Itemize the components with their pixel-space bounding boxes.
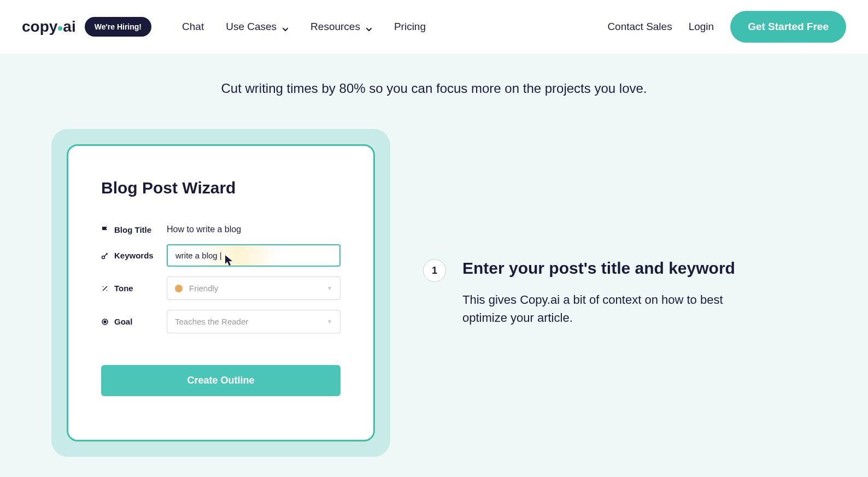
goal-row: Goal Teaches the Reader ▼	[101, 310, 341, 333]
keywords-label: Keywords	[101, 251, 156, 260]
get-started-button[interactable]: Get Started Free	[730, 11, 846, 43]
wand-icon	[101, 285, 109, 292]
keywords-input-value: write a blog |	[175, 251, 222, 260]
header-right: Contact Sales Login Get Started Free	[607, 11, 846, 43]
login-link[interactable]: Login	[689, 21, 714, 33]
wizard-title: Blog Post Wizard	[101, 179, 341, 197]
wizard-card: Blog Post Wizard Blog Title How to write…	[67, 144, 375, 441]
step-number-badge: 1	[423, 259, 446, 282]
target-icon	[101, 318, 109, 326]
nav-use-cases-label: Use Cases	[226, 21, 277, 33]
svg-point-0	[102, 256, 105, 258]
blog-title-label: Blog Title	[101, 225, 156, 234]
logo-dot-icon	[58, 26, 62, 31]
goal-select[interactable]: Teaches the Reader ▼	[167, 310, 341, 333]
goal-label: Goal	[101, 317, 156, 326]
tone-color-dot-icon	[175, 285, 183, 292]
chevron-down-icon	[366, 23, 372, 30]
header-left: copyai We're Hiring! Chat Use Cases Reso…	[22, 17, 426, 37]
key-icon	[101, 252, 109, 260]
nav-use-cases[interactable]: Use Cases	[226, 21, 289, 33]
hiring-badge[interactable]: We're Hiring!	[85, 17, 151, 37]
contact-sales-link[interactable]: Contact Sales	[607, 21, 672, 33]
site-header: copyai We're Hiring! Chat Use Cases Reso…	[0, 0, 868, 54]
chevron-down-icon	[282, 23, 289, 30]
logo-text-2: ai	[63, 18, 75, 36]
step-title: Enter your post's title and keyword	[462, 259, 735, 278]
tone-label: Tone	[101, 284, 156, 293]
goal-label-text: Goal	[114, 317, 132, 326]
logo[interactable]: copyai	[22, 18, 76, 36]
tone-row: Tone Friendly ▼	[101, 276, 341, 300]
hero-subtitle: Cut writing times by 80% so you can focu…	[22, 81, 846, 96]
svg-point-2	[104, 321, 106, 323]
wizard-container: Blog Post Wizard Blog Title How to write…	[51, 129, 390, 457]
nav-chat[interactable]: Chat	[182, 21, 204, 33]
main-nav: Chat Use Cases Resources Pricing	[182, 21, 426, 33]
step-content: 1 Enter your post's title and keyword Th…	[423, 259, 817, 327]
create-outline-button[interactable]: Create Outline	[101, 365, 341, 396]
nav-resources-label: Resources	[310, 21, 360, 33]
tone-placeholder: Friendly	[189, 284, 218, 293]
hero-section: Cut writing times by 80% so you can focu…	[0, 54, 868, 477]
chevron-down-icon: ▼	[327, 319, 332, 325]
step-text: Enter your post's title and keyword This…	[462, 259, 735, 327]
flag-icon	[101, 226, 109, 233]
keywords-input[interactable]: write a blog |	[167, 244, 341, 267]
nav-pricing[interactable]: Pricing	[394, 21, 426, 33]
tone-label-text: Tone	[114, 284, 133, 293]
cursor-icon	[225, 255, 234, 266]
logo-text-1: copy	[22, 18, 57, 36]
blog-title-label-text: Blog Title	[114, 225, 151, 234]
blog-title-row: Blog Title How to write a blog	[101, 225, 341, 234]
goal-placeholder: Teaches the Reader	[175, 317, 248, 326]
chevron-down-icon: ▼	[327, 285, 332, 291]
blog-title-value: How to write a blog	[167, 225, 241, 234]
nav-resources[interactable]: Resources	[310, 21, 372, 33]
keywords-label-text: Keywords	[114, 251, 154, 260]
step-description: This gives Copy.ai a bit of context on h…	[462, 291, 725, 327]
keywords-row: Keywords write a blog |	[101, 244, 341, 267]
content-row: Blog Post Wizard Blog Title How to write…	[51, 129, 817, 457]
tone-select[interactable]: Friendly ▼	[167, 276, 341, 300]
